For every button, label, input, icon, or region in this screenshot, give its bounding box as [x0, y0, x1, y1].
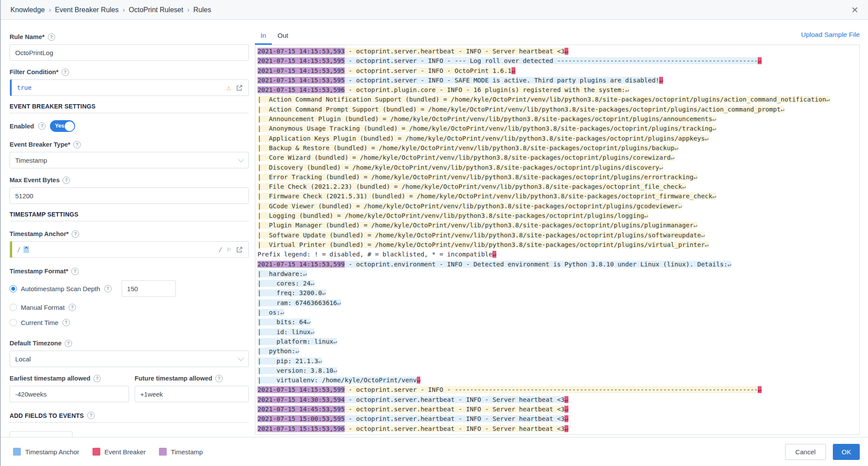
rule-form-pane: Rule Name* ? OctoPrintLog Filter Conditi…: [1, 20, 255, 437]
radio-current-time[interactable]: [10, 319, 17, 326]
timestamp-anchor-label: Timestamp Anchor*: [10, 230, 69, 237]
event-breaker-mark: ↵: [417, 377, 421, 384]
scan-depth-value: 150: [127, 285, 138, 292]
help-icon[interactable]: ?: [63, 319, 70, 326]
breadcrumb-knowledge[interactable]: Knowledge: [10, 6, 45, 14]
newline-mark: ↵: [333, 367, 337, 374]
log-line: | Error Tracking (bundled) = /home/kyle/…: [257, 172, 859, 182]
log-text: | GCode Viewer (bundled) = /home/kyle/Oc…: [257, 203, 678, 210]
timestamp-highlight: 2021-07-15 14:15:53,599: [257, 261, 345, 268]
help-icon[interactable]: ?: [72, 230, 79, 238]
newline-mark: ↵: [659, 164, 663, 171]
rule-name-field[interactable]: OctoPrintLog: [10, 44, 249, 61]
log-line: 2021-07-15 14:15:53,593 - octoprint.serv…: [257, 46, 859, 56]
event-breaker-rule-modal: Knowledge › Event Breaker Rules › OctoPr…: [0, 0, 868, 466]
help-icon[interactable]: ?: [65, 340, 72, 347]
breadcrumb-separator: ›: [49, 6, 51, 14]
log-text: - octoprint.server - INFO - SAFE MODE is…: [345, 77, 660, 84]
log-text: | Discovery (bundled) = /home/kyle/OctoP…: [257, 164, 659, 171]
help-icon[interactable]: ?: [87, 412, 95, 419]
breadcrumb-octoprint-ruleset[interactable]: OctoPrint Ruleset: [129, 6, 183, 14]
timestamp-anchor-label-row: Timestamp Anchor* ?: [10, 230, 249, 238]
log-text: | Error Tracking (bundled) = /home/kyle/…: [257, 174, 693, 180]
newline-mark: ↵: [337, 299, 341, 306]
filter-condition-value: true: [17, 84, 32, 91]
event-breaker-type-select[interactable]: Timestamp: [10, 152, 249, 168]
filter-condition-field[interactable]: true ⚠: [10, 79, 249, 96]
enabled-toggle[interactable]: Yes: [50, 120, 75, 132]
expand-editor-icon[interactable]: [236, 84, 243, 92]
newline-mark: ↵: [713, 193, 716, 200]
log-line: | ram: 67463663616↵: [257, 298, 859, 308]
legend-swatch: [92, 448, 100, 456]
upload-sample-file-link[interactable]: Upload Sample File: [801, 31, 860, 45]
rule-name-label-row: Rule Name* ?: [10, 33, 249, 41]
help-icon[interactable]: ?: [69, 304, 76, 311]
radio-manual-format[interactable]: [10, 304, 17, 311]
scan-depth-field[interactable]: 150: [122, 280, 176, 297]
timestamp-highlight: 2021-07-15 14:15:53,595: [257, 67, 345, 74]
legend-item: Timestamp Anchor: [13, 448, 79, 456]
close-icon[interactable]: ✕: [851, 6, 858, 14]
max-event-bytes-field[interactable]: 51200: [10, 187, 249, 204]
log-text: | Backup & Restore (bundled) = /home/kyl…: [257, 144, 674, 151]
help-icon[interactable]: ?: [62, 69, 69, 76]
log-text: | Action Command Notification Support (b…: [257, 96, 826, 103]
toggle-knob: [65, 121, 74, 131]
log-text: | freq: 3200.0: [257, 289, 322, 296]
log-text: - octoprint.server.heartbeat - INFO - Se…: [345, 415, 564, 422]
newline-mark: ↵: [333, 338, 337, 345]
breadcrumb-event-breaker-rules[interactable]: Event Breaker Rules: [55, 6, 119, 14]
default-timezone-select[interactable]: Local: [10, 351, 249, 367]
log-text: | version: 3.8.10: [257, 367, 333, 374]
chevron-down-icon: [238, 355, 244, 361]
timestamp-anchor-field[interactable]: / ^ / ⚐: [10, 241, 249, 258]
event-breaker-mark: ↵: [564, 396, 568, 403]
log-line: | cores: 24↵: [257, 279, 859, 288]
help-icon[interactable]: ?: [48, 33, 55, 41]
ok-button[interactable]: OK: [833, 444, 860, 460]
earliest-timestamp-value: -420weeks: [15, 391, 47, 398]
help-icon[interactable]: ?: [73, 141, 81, 148]
newline-mark: ↵: [682, 183, 686, 190]
newline-mark: ↵: [671, 154, 675, 161]
legend-item: Timestamp: [159, 448, 203, 456]
help-icon[interactable]: ?: [63, 177, 70, 184]
section-add-fields-to-events: ADD FIELDS TO EVENTS ?: [10, 412, 249, 423]
radio-row-current-time: Current Time ?: [10, 319, 249, 326]
future-timestamp-field[interactable]: +1week: [135, 386, 249, 402]
help-icon[interactable]: ?: [215, 375, 223, 382]
expand-editor-icon[interactable]: [236, 246, 243, 253]
earliest-timestamp-field[interactable]: -420weeks: [10, 386, 129, 402]
log-line: 2021-07-15 14:15:53,595 - octoprint.serv…: [257, 56, 859, 66]
breadcrumb-rules: Rules: [193, 6, 211, 14]
tab-out[interactable]: Out: [272, 32, 294, 45]
legend-label: Timestamp: [171, 448, 203, 456]
radio-autotimestamp[interactable]: [10, 285, 17, 292]
radio-row-manual-format: Manual Format ?: [10, 304, 249, 311]
newline-mark: ↵: [705, 135, 709, 142]
help-icon[interactable]: ?: [93, 375, 101, 382]
log-text: | cores: 24: [257, 280, 310, 287]
log-preview-box[interactable]: 2021-07-15 14:15:53,593 - octoprint.serv…: [255, 45, 860, 435]
help-icon[interactable]: ?: [38, 122, 46, 130]
enabled-label: Enabled: [10, 122, 34, 130]
help-icon[interactable]: ?: [71, 268, 79, 275]
log-line: | Announcement Plugin (bundled) = /home/…: [257, 114, 859, 124]
newline-mark: ↵: [713, 125, 716, 132]
breadcrumb-separator: ›: [122, 6, 125, 14]
log-line: | Application Keys Plugin (bundled) = /h…: [257, 134, 859, 143]
log-line: | File Check (2021.2.23) (bundled) = /ho…: [257, 182, 859, 191]
regex-flag-icon[interactable]: ⚐: [227, 246, 231, 253]
log-text: - octoprint.server.heartbeat - INFO - Se…: [345, 425, 564, 432]
newline-mark: ↵: [322, 289, 326, 296]
modal-body: Rule Name* ? OctoPrintLog Filter Conditi…: [1, 20, 868, 437]
timestamp-highlight: 2021-07-15 15:15:53,596: [257, 425, 345, 432]
add-field-name-field[interactable]: [10, 431, 73, 437]
help-icon[interactable]: ?: [104, 285, 112, 292]
log-text: | id: linux: [257, 328, 310, 335]
newline-mark: ↵: [826, 96, 830, 103]
newline-mark: ↵: [303, 270, 307, 277]
tab-in[interactable]: In: [255, 32, 272, 45]
cancel-button[interactable]: Cancel: [785, 444, 826, 460]
